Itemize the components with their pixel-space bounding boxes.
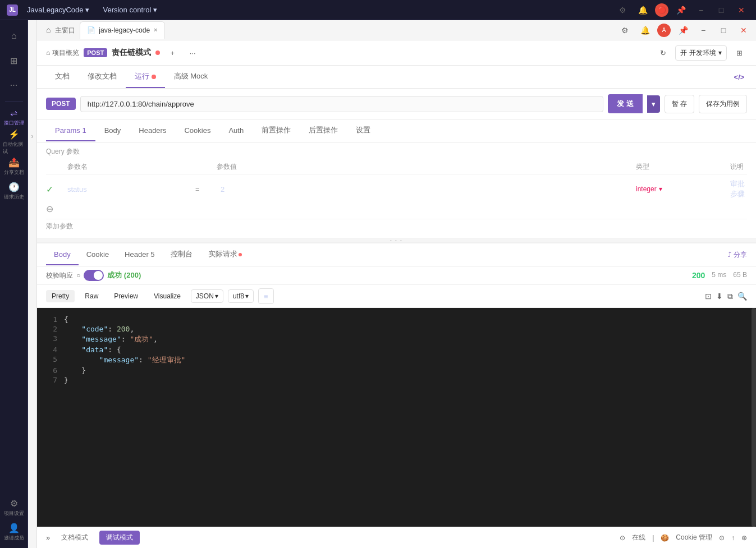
- status-success-label: 成功 (200): [107, 270, 141, 280]
- expand-mode-btn[interactable]: »: [46, 533, 50, 542]
- request-tabs: Params 1 Body Headers Cookies Auth 前置操作 …: [37, 119, 756, 142]
- more-options-btn[interactable]: ···: [185, 45, 200, 61]
- avatar[interactable]: 🔴: [655, 3, 668, 17]
- format-selector[interactable]: JSON ▾: [191, 289, 223, 303]
- sub-tabs: 文档 修改文档 运行 高级 Mock </>: [37, 66, 756, 89]
- mode-tab-debug[interactable]: 调试模式: [99, 531, 140, 545]
- sidebar-icon-more[interactable]: ···: [3, 74, 25, 96]
- resp-tab-header[interactable]: Header 5: [117, 245, 162, 265]
- status-details: 200 5 ms 65 B: [692, 271, 747, 280]
- url-bar: POST 发 送 ▾ 暂 存 保存为用例: [37, 89, 756, 119]
- param-check-icon[interactable]: ✓: [46, 184, 63, 195]
- mode-icon2[interactable]: ↑: [731, 534, 735, 542]
- send-button[interactable]: 发 送: [608, 94, 643, 113]
- encoding-selector[interactable]: utf8 ▾: [228, 289, 254, 303]
- resp-tab-body[interactable]: Body: [46, 245, 79, 265]
- search-btn[interactable]: 🔍: [737, 292, 747, 301]
- url-input[interactable]: [80, 96, 603, 112]
- app-layout: ⌂ ⊞ ··· ⇌ 接口管理 ⚡ 自动化测试 📤 分享文档 🕐 请求历史 ⚙ 项…: [0, 20, 756, 548]
- save-example-btn[interactable]: 保存为用例: [699, 95, 747, 113]
- win-min-btn[interactable]: −: [695, 22, 711, 38]
- add-param-btn[interactable]: 添加参数: [46, 219, 747, 233]
- tab-docs[interactable]: 文档: [46, 66, 79, 88]
- win-close-btn[interactable]: ✕: [736, 22, 752, 38]
- win-max-btn[interactable]: □: [716, 22, 731, 38]
- resp-tab-actual[interactable]: 实际请求: [200, 243, 250, 266]
- extract-btn[interactable]: ⊡: [705, 292, 712, 301]
- refresh-btn[interactable]: ↻: [655, 45, 671, 61]
- tab-current[interactable]: 📄 java-legacy-code ✕: [80, 21, 165, 39]
- mode-icon3[interactable]: ⊕: [741, 534, 747, 542]
- titlebar-maximize[interactable]: □: [713, 2, 729, 18]
- titlebar-close[interactable]: ✕: [734, 2, 749, 18]
- req-tab-settings[interactable]: 设置: [347, 119, 379, 142]
- code-view-btn[interactable]: </>: [731, 69, 747, 85]
- param-remove-btn[interactable]: ⊖: [46, 204, 63, 214]
- req-tab-post[interactable]: 后置操作: [300, 119, 347, 142]
- sidebar-icon-grid[interactable]: ⊞: [3, 49, 25, 72]
- sidebar-icon-api[interactable]: ⇌ 接口管理: [3, 106, 25, 128]
- env-selector[interactable]: 开 开发环境 ▾: [675, 45, 727, 61]
- view-visualize-btn[interactable]: Visualize: [148, 290, 186, 302]
- sidebar-icon-history[interactable]: 🕐 请求历史: [3, 180, 25, 202]
- save-btn[interactable]: 暂 存: [665, 95, 694, 113]
- sidebar-icon-settings[interactable]: ⚙ 项目设置: [3, 496, 25, 519]
- layout-btn[interactable]: ⊞: [731, 45, 747, 61]
- req-tab-cookies[interactable]: Cookies: [175, 121, 219, 141]
- tab-mock[interactable]: 高级 Mock: [165, 66, 217, 88]
- user-avatar[interactable]: A: [657, 24, 671, 37]
- sidebar-icon-invite[interactable]: 👤 邀请成员: [3, 521, 25, 544]
- request-section: Params 1 Body Headers Cookies Auth 前置操作 …: [37, 119, 756, 238]
- toggle-switch[interactable]: [84, 270, 104, 281]
- api-title: 责任链模式: [112, 48, 151, 58]
- sidebar-icon-share[interactable]: 📤 分享文档: [3, 155, 25, 178]
- tab-close-icon[interactable]: ✕: [153, 27, 158, 33]
- sidebar-icon-automation[interactable]: ⚡ 自动化测试: [3, 131, 25, 153]
- req-tab-pre[interactable]: 前置操作: [253, 119, 300, 142]
- pin-btn[interactable]: 📌: [675, 22, 691, 38]
- sidebar-divider: [5, 101, 23, 102]
- param-description: 审批步骤: [730, 179, 747, 199]
- wrap-btn[interactable]: ≡: [258, 288, 274, 304]
- cookie-label[interactable]: Cookie 管理: [676, 533, 712, 542]
- code-scrollbar[interactable]: [752, 308, 756, 527]
- req-tab-headers[interactable]: Headers: [130, 121, 175, 141]
- param-type-selector[interactable]: integer ▾: [636, 185, 726, 193]
- code-line-7: 7 }: [37, 375, 756, 385]
- share-btn[interactable]: ⤴ 分享: [728, 250, 747, 260]
- collapse-sidebar-btn[interactable]: ›: [28, 20, 37, 548]
- req-tab-params[interactable]: Params 1: [46, 121, 95, 141]
- resp-tab-console[interactable]: 控制台: [163, 243, 200, 266]
- query-params-label: Query 参数: [46, 147, 747, 156]
- vcs-menu[interactable]: Version control ▾: [98, 3, 162, 16]
- add-tab-btn[interactable]: +: [164, 45, 180, 61]
- titlebar-pin[interactable]: 📌: [673, 2, 689, 18]
- tab-edit-docs[interactable]: 修改文档: [79, 66, 126, 88]
- sidebar-icon-home[interactable]: ⌂: [3, 25, 25, 47]
- view-preview-btn[interactable]: Preview: [108, 290, 144, 302]
- resp-tab-cookie[interactable]: Cookie: [79, 245, 117, 265]
- download-btn[interactable]: ⬇: [716, 292, 723, 301]
- titlebar-bell[interactable]: 🔔: [635, 2, 650, 18]
- method-badge: POST: [46, 98, 76, 110]
- resp-actions: ⊡ ⬇ ⧉ 🔍: [705, 292, 747, 301]
- titlebar-settings[interactable]: ⚙: [615, 2, 630, 18]
- param-value[interactable]: 2: [217, 183, 329, 195]
- app-icon: JL: [7, 4, 18, 16]
- send-dropdown-btn[interactable]: ▾: [647, 95, 660, 113]
- view-pretty-btn[interactable]: Pretty: [46, 290, 75, 302]
- req-tab-body[interactable]: Body: [95, 121, 130, 141]
- copy-btn[interactable]: ⧉: [727, 292, 733, 301]
- view-raw-btn[interactable]: Raw: [79, 290, 104, 302]
- bell-btn[interactable]: 🔔: [637, 22, 653, 38]
- code-line-5: 5 "message": "经理审批": [37, 354, 756, 366]
- project-menu[interactable]: JavaLegacyCode ▾: [22, 3, 94, 16]
- mode-tab-docs[interactable]: 文档模式: [54, 531, 95, 545]
- mode-icon1[interactable]: ⊙: [719, 534, 725, 542]
- titlebar-minimize[interactable]: −: [693, 2, 709, 18]
- settings-btn[interactable]: ⚙: [617, 22, 633, 38]
- tab-run[interactable]: 运行: [126, 66, 165, 88]
- tab-home[interactable]: ⌂ 主窗口: [42, 25, 80, 35]
- req-tab-auth[interactable]: Auth: [219, 121, 253, 141]
- param-row-status: ✓ status = 2 integer ▾ 审批步骤 ⊖: [46, 174, 747, 219]
